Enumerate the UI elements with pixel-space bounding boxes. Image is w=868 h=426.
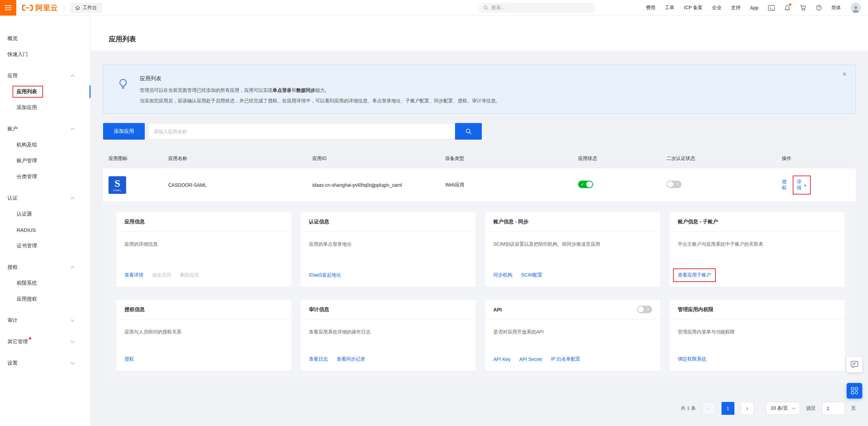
- main-content: 应用列表 管理员可以在当前页面管理已经添加的所有应用，应用可以实现单点登录和数据…: [91, 50, 868, 426]
- sidebar: 概览 快速入门 应用 应用列表 添加应用 账户 机构及组 账户管理 分类管理 认…: [0, 16, 91, 426]
- sidebar-item-category-mgmt[interactable]: 分类管理: [0, 169, 90, 185]
- sidebar-group-other-mgmt[interactable]: 其它管理: [0, 334, 90, 350]
- sidebar-item-permission-systems[interactable]: 权限系统: [0, 275, 90, 291]
- bell-icon[interactable]: [784, 5, 790, 11]
- api-toggle[interactable]: ×: [637, 306, 652, 313]
- help-icon[interactable]: [816, 5, 822, 11]
- card-account-sync: 账户信息 - 同步 SCIM协议设置以及把组织机构、组同步推送至应用 同步机构 …: [485, 212, 660, 287]
- sidebar-item-quick-start[interactable]: 快速入门: [0, 46, 90, 62]
- feedback-chat-button[interactable]: [847, 357, 862, 372]
- sidebar-group-app[interactable]: 应用: [0, 68, 90, 84]
- delete-app-link[interactable]: 删除应用: [180, 272, 199, 278]
- sidebar-item-app-list[interactable]: 应用列表: [0, 84, 90, 100]
- nav-icp[interactable]: ICP 备案: [684, 5, 703, 11]
- detail-toggle[interactable]: 详情 ▲: [793, 176, 811, 195]
- sidebar-group-account[interactable]: 账户: [0, 121, 90, 137]
- chevron-down-icon: [792, 407, 795, 410]
- ip-whitelist-link[interactable]: IP 白名单配置: [551, 356, 580, 362]
- avatar[interactable]: [850, 2, 861, 13]
- app-status-toggle[interactable]: ✓: [578, 181, 593, 188]
- sidebar-item-overview[interactable]: 概览: [0, 31, 90, 46]
- red-badge-dot: [29, 337, 31, 340]
- sync-org-link[interactable]: 同步机构: [493, 272, 512, 278]
- app-name-search-input[interactable]: [148, 123, 455, 140]
- check-icon: ✓: [581, 181, 584, 188]
- chevron-up-icon: [71, 128, 75, 130]
- aliyun-logo-text: 阿里云: [36, 3, 58, 13]
- device-type: Web应用: [445, 182, 578, 188]
- bind-permission-system-link[interactable]: 绑定权限系统: [678, 356, 706, 362]
- sidebar-item-org-groups[interactable]: 机构及组: [0, 137, 90, 153]
- language-selector[interactable]: 简体: [831, 5, 841, 11]
- app-search-group: [148, 123, 482, 140]
- cross-icon: ×: [676, 181, 679, 188]
- aliyun-logo-icon: [22, 4, 33, 12]
- page-1-button[interactable]: 1: [722, 402, 734, 415]
- topbar-search-input[interactable]: 搜索...: [479, 3, 595, 13]
- pagination-total: 共 1 条: [681, 405, 696, 411]
- quick-apps-button[interactable]: [847, 383, 862, 399]
- authorize-link[interactable]: 授权: [782, 179, 787, 191]
- close-icon[interactable]: ×: [842, 70, 847, 78]
- col-app-name: 应用名称: [168, 156, 312, 162]
- card-api: API × 是否对应用开放系统API API Key API Secret IP…: [485, 300, 660, 371]
- api-secret-link[interactable]: API Secret: [519, 357, 542, 362]
- search-button[interactable]: [455, 123, 482, 140]
- sidebar-item-radius[interactable]: RADIUS: [0, 222, 90, 238]
- nav-support[interactable]: 支持: [731, 5, 741, 11]
- chat-icon: [850, 361, 859, 368]
- api-key-link[interactable]: API Key: [493, 357, 511, 362]
- jump-unit: 页: [851, 405, 856, 411]
- hamburger-menu-button[interactable]: [0, 0, 16, 16]
- add-app-button[interactable]: 添加应用: [103, 123, 145, 140]
- page-size-select[interactable]: 10 条/页: [766, 402, 800, 415]
- cart-icon[interactable]: [800, 5, 806, 11]
- nav-tickets[interactable]: 工单: [665, 5, 674, 11]
- scim-config-link[interactable]: SCIM配置: [521, 272, 542, 278]
- notification-dot: [789, 3, 791, 6]
- view-logs-link[interactable]: 查看日志: [309, 356, 328, 362]
- banner-line-1: 管理员可以在当前页面管理已经添加的所有应用，应用可以实现单点登录和数据同步能力。: [140, 85, 835, 96]
- table-row: S SAML CASDOOR-SAML idaas-cn-shanghai-pv…: [103, 168, 856, 202]
- sidebar-item-cert-mgmt[interactable]: 证书管理: [0, 238, 90, 254]
- row-actions: 授权 详情 ▲: [782, 176, 857, 195]
- cross-icon: ×: [647, 306, 649, 313]
- sidebar-group-audit[interactable]: 审计: [0, 312, 90, 328]
- app-table: 应用图标 应用名称 应用ID 设备类型 应用状态 二次认证状态 操作 S SAM…: [103, 148, 856, 382]
- lightbulb-icon: [117, 78, 129, 92]
- aliyun-logo[interactable]: 阿里云: [22, 3, 58, 13]
- col-device-type: 设备类型: [445, 156, 578, 162]
- chevron-down-icon: [71, 362, 75, 364]
- view-details-link[interactable]: 查看详情: [124, 272, 143, 278]
- sidebar-group-authentication[interactable]: 认证: [0, 190, 90, 206]
- sidebar-item-add-app[interactable]: 添加应用: [0, 100, 90, 116]
- card-sub-accounts: 账户信息 - 子账户 平台主账户与应用系统中子账户的关联表 查看应用子账户: [670, 212, 845, 287]
- next-page-button[interactable]: ›: [741, 402, 754, 415]
- mfa-status-toggle[interactable]: ×: [667, 181, 682, 188]
- workbench-button[interactable]: 工作台: [71, 3, 102, 13]
- topbar-search-placeholder: 搜索...: [491, 5, 505, 11]
- prev-page-button[interactable]: ‹: [702, 402, 715, 415]
- modify-app-link[interactable]: 修改应用: [152, 272, 171, 278]
- nav-enterprise[interactable]: 企业: [712, 5, 722, 11]
- sidebar-item-account-mgmt[interactable]: 账户管理: [0, 153, 90, 169]
- nav-app[interactable]: App: [750, 5, 758, 11]
- jump-page-input[interactable]: [822, 402, 845, 415]
- terminal-icon[interactable]: [768, 5, 775, 11]
- saml-app-icon: S SAML: [108, 176, 126, 194]
- sidebar-group-authorization[interactable]: 授权: [0, 259, 90, 275]
- app-name: CASDOOR-SAML: [168, 182, 312, 188]
- sidebar-item-app-authorization[interactable]: 应用授权: [0, 291, 90, 307]
- col-app-id: 应用ID: [312, 156, 445, 162]
- nav-fees[interactable]: 费用: [646, 5, 655, 11]
- view-sync-records-link[interactable]: 查看同步记录: [337, 356, 365, 362]
- jump-label: 跳至: [806, 405, 816, 411]
- authorize-info-link[interactable]: 授权: [124, 356, 134, 362]
- card-authentication-info: 认证信息 应用的单点登录地址 IDaaS发起地址: [301, 212, 476, 287]
- chevron-up-icon: [71, 75, 75, 77]
- view-sub-accounts-link[interactable]: 查看应用子账户: [673, 268, 716, 282]
- idaas-initiate-link[interactable]: IDaaS发起地址: [309, 272, 341, 278]
- sidebar-item-auth-sources[interactable]: 认证源: [0, 206, 90, 222]
- col-app-icon: 应用图标: [108, 156, 168, 162]
- sidebar-group-settings[interactable]: 设置: [0, 355, 90, 371]
